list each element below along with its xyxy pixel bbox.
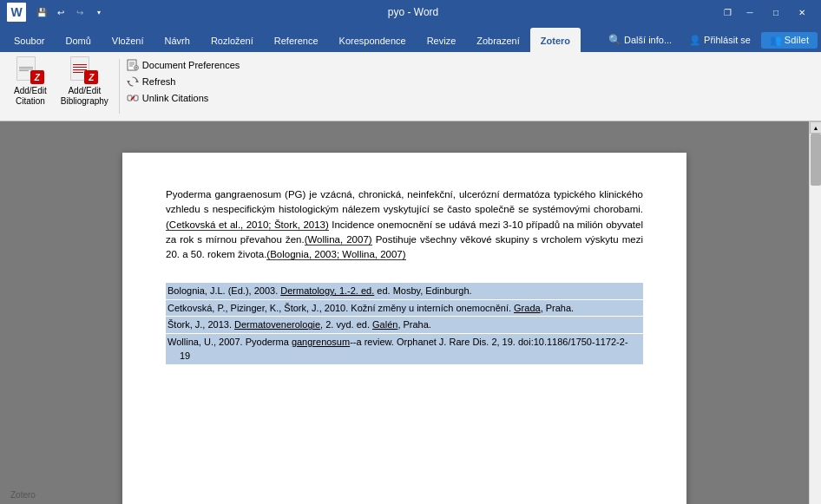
user-icon: 👤	[689, 35, 701, 46]
document-area: Pyoderma gangraenosum (PG) je vzácná, ch…	[0, 121, 821, 504]
bibliography-entry-4[interactable]: Wollina, U., 2007. Pyoderma gangrenosum-…	[166, 334, 643, 364]
tab-navrh[interactable]: Návrh	[154, 28, 200, 52]
maximize-btn[interactable]: □	[764, 3, 788, 21]
scroll-up-btn[interactable]: ▲	[810, 121, 821, 134]
scroll-thumb[interactable]	[811, 134, 821, 186]
word-app-icon: W	[7, 3, 26, 22]
signin-label: Přihlásit se	[704, 35, 751, 45]
paragraph-text: Pyoderma gangraenosum (PG) je vzácná, ch…	[166, 189, 643, 214]
citation-1: (Cetkovská et al., 2010; Štork, 2013)	[166, 219, 329, 231]
svg-marker-7	[135, 80, 139, 82]
info-label: Další info...	[624, 35, 672, 45]
tab-vlozeni[interactable]: Vložení	[102, 28, 154, 52]
bib-4-rest: --a review. Orphanet J. Rare Dis. 2, 19.…	[350, 337, 627, 347]
tab-reference[interactable]: Reference	[264, 28, 329, 52]
ribbon-tabs: Soubor Domů Vložení Návrh Rozložení Refe…	[0, 24, 821, 52]
bibliography-entry-3[interactable]: Štork, J., 2013. Dermatovenerologie, 2. …	[166, 317, 643, 333]
refresh-btn[interactable]: Refresh	[123, 74, 244, 89]
bib-3-author: Štork, J., 2013.	[167, 319, 234, 330]
signin-btn[interactable]: 👤 Přihlásit se	[682, 32, 758, 49]
bib-4-doi-cont: 19	[167, 350, 190, 361]
refresh-icon	[127, 75, 139, 88]
bibliography-entry-2[interactable]: Cetkovská, P., Pizinger, K., Štork, J., …	[166, 300, 643, 317]
ribbon-content: Z Add/EditCitation Z Add/EditBibliograph…	[0, 52, 821, 121]
add-edit-citation-label: Add/EditCitation	[14, 86, 47, 107]
add-edit-bibliography-btn[interactable]: Z Add/EditBibliography	[54, 56, 115, 108]
bib-1-title: Dermatology, 1.-2. ed.	[280, 285, 374, 296]
document-content: Pyoderma gangraenosum (PG) je vzácná, ch…	[166, 187, 643, 364]
tab-revize[interactable]: Revize	[417, 28, 467, 52]
bib-3-publisher: Galén	[372, 319, 397, 330]
window-controls: ❐ ─ □ ✕	[719, 3, 814, 21]
document-preferences-icon	[127, 59, 139, 71]
restore-window-btn[interactable]: ❐	[719, 3, 736, 21]
ribbon-right-buttons: 🔍 Další info... 👤 Přihlásit se 👥 Sdílet	[601, 31, 818, 52]
share-icon: 👥	[770, 35, 782, 46]
share-btn[interactable]: 👥 Sdílet	[761, 32, 818, 49]
help-info-btn[interactable]: 🔍 Další info...	[601, 31, 679, 49]
document-preferences-btn[interactable]: Document Preferences	[123, 57, 244, 73]
unlink-citations-btn[interactable]: Unlink Citations	[123, 90, 244, 106]
svg-marker-8	[127, 81, 130, 83]
tab-rozlozeni[interactable]: Rozložení	[200, 28, 264, 52]
document-page: Pyoderma gangraenosum (PG) je vzácná, ch…	[122, 153, 686, 504]
bib-3-title: Dermatovenerologie	[234, 319, 320, 330]
bib-1-author: Bolognia, J.L. (Ed.), 2003.	[167, 285, 280, 296]
zotero-small-buttons: Document Preferences Refresh	[123, 56, 244, 108]
tab-soubor[interactable]: Soubor	[3, 28, 55, 52]
document-preferences-label: Document Preferences	[142, 60, 240, 70]
scroll-track[interactable]	[810, 134, 821, 504]
bib-2-author: Cetkovská, P., Pizinger, K., Štork, J., …	[167, 303, 514, 313]
redo-quick-btn[interactable]: ↪	[71, 3, 89, 21]
bib-3-rest: , 2. vyd. ed.	[320, 319, 372, 330]
quick-access-toolbar: 💾 ↩ ↪ ▾	[33, 3, 108, 21]
title-bar-left: W 💾 ↩ ↪ ▾	[7, 3, 108, 22]
bib-2-publisher: Grada	[514, 303, 541, 313]
bibliography-entry-1[interactable]: Bolognia, J.L. (Ed.), 2003. Dermatology,…	[166, 283, 643, 299]
info-icon: 🔍	[608, 34, 621, 46]
citation-3: (Bolognia, 2003; Wollina, 2007)	[266, 249, 405, 260]
bib-4-underline: gangrenosum	[292, 337, 350, 347]
tab-zobrazeni[interactable]: Zobrazení	[466, 28, 530, 52]
window-title: pyo - Word	[108, 6, 719, 18]
minimize-btn[interactable]: ─	[738, 3, 762, 21]
add-edit-citation-icon: Z	[16, 56, 44, 84]
add-edit-bibliography-label: Add/EditBibliography	[61, 86, 108, 107]
undo-quick-btn[interactable]: ↩	[52, 3, 69, 21]
unlink-citations-label: Unlink Citations	[142, 93, 208, 103]
bibliography-section: Bolognia, J.L. (Ed.), 2003. Dermatology,…	[166, 283, 643, 364]
main-paragraph: Pyoderma gangraenosum (PG) je vzácná, ch…	[166, 187, 643, 262]
customize-quick-btn[interactable]: ▾	[90, 3, 108, 21]
share-label: Sdílet	[785, 35, 809, 45]
tab-domu[interactable]: Domů	[55, 28, 101, 52]
bib-2-rest: , Praha.	[541, 303, 575, 313]
title-bar: W 💾 ↩ ↪ ▾ pyo - Word ❐ ─ □ ✕	[0, 0, 821, 24]
tab-zotero[interactable]: Zotero	[530, 28, 581, 52]
citation-2: (Wollina, 2007)	[305, 234, 372, 245]
bib-1-rest: ed. Mosby, Edinburgh.	[374, 285, 471, 296]
close-btn[interactable]: ✕	[790, 3, 814, 21]
add-edit-bibliography-icon: Z	[70, 56, 98, 84]
tab-korespondence[interactable]: Korespondence	[329, 28, 417, 52]
page-wrapper[interactable]: Pyoderma gangraenosum (PG) je vzácná, ch…	[0, 121, 809, 504]
save-quick-btn[interactable]: 💾	[33, 3, 50, 21]
add-edit-citation-btn[interactable]: Z Add/EditCitation	[7, 56, 54, 108]
vertical-scrollbar[interactable]: ▲ ▼	[809, 121, 821, 504]
bib-4-text: Wollina, U., 2007. Pyoderma	[167, 337, 292, 347]
bib-3-rest2: , Praha.	[397, 319, 431, 330]
refresh-label: Refresh	[142, 76, 176, 87]
unlink-citations-icon	[127, 92, 139, 104]
